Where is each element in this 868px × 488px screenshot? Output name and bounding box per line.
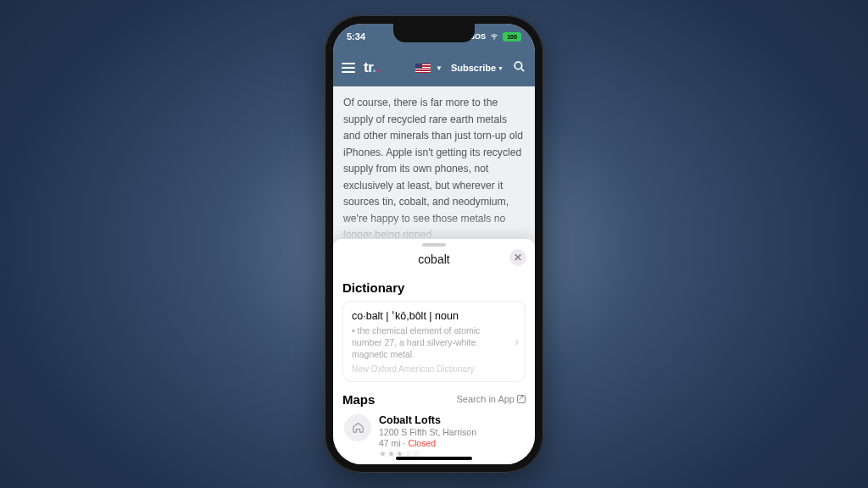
maps-result-card[interactable]: Cobalt Lofts 1200 S Fifth St, Harrison 4… [342, 413, 526, 458]
battery-indicator: 100 [503, 32, 521, 42]
dictionary-headword: co·balt | ˈkō,bôlt | noun [352, 309, 516, 322]
article-body[interactable]: Of course, there is far more to the supp… [333, 86, 535, 239]
phone-screen: 5:34 SOS 100 tr.. ▼ Subscribe ▼ [333, 24, 535, 464]
place-category-icon [344, 414, 371, 441]
svg-point-0 [515, 62, 522, 69]
close-icon: ✕ [514, 252, 522, 263]
sheet-grabber[interactable] [422, 243, 446, 247]
maps-result-address: 1200 S Fifth St, Harrison [379, 427, 526, 437]
phone-frame: 5:34 SOS 100 tr.. ▼ Subscribe ▼ [325, 15, 543, 473]
dictionary-card[interactable]: co·balt | ˈkō,bôlt | noun • the chemical… [342, 301, 526, 382]
maps-section-title: Maps [342, 392, 375, 407]
search-in-app-label: Search in App [457, 394, 515, 404]
search-button[interactable] [512, 59, 526, 77]
chevron-right-icon: › [515, 335, 519, 348]
dictionary-source: New Oxford American Dictionary [352, 364, 516, 374]
dictionary-section-title: Dictionary [342, 280, 404, 295]
lookup-sheet: cobalt ✕ Dictionary co·balt | ˈkō,bôlt |… [333, 239, 535, 464]
wifi-icon [489, 30, 499, 42]
notch [393, 24, 475, 42]
dictionary-definition: • the chemical element of atomic number … [352, 324, 516, 361]
home-indicator[interactable] [396, 457, 472, 460]
region-flag-us[interactable] [415, 64, 431, 73]
subscribe-button[interactable]: Subscribe ▼ [451, 63, 504, 73]
close-button[interactable]: ✕ [509, 249, 526, 266]
menu-button[interactable] [342, 63, 355, 73]
svg-line-1 [521, 68, 524, 70]
maps-result-status: Closed [408, 438, 436, 448]
maps-result-name: Cobalt Lofts [379, 414, 526, 426]
status-time: 5:34 [347, 31, 365, 42]
chevron-down-icon: ▼ [498, 65, 504, 71]
search-in-app-link[interactable]: Search in App [457, 394, 526, 404]
site-logo[interactable]: tr.. [364, 59, 380, 76]
subscribe-label: Subscribe [451, 63, 496, 73]
external-link-icon [517, 395, 526, 403]
maps-result-distance: 47 mi [379, 438, 401, 448]
chevron-down-icon: ▼ [436, 64, 442, 72]
lookup-term: cobalt [418, 252, 449, 266]
